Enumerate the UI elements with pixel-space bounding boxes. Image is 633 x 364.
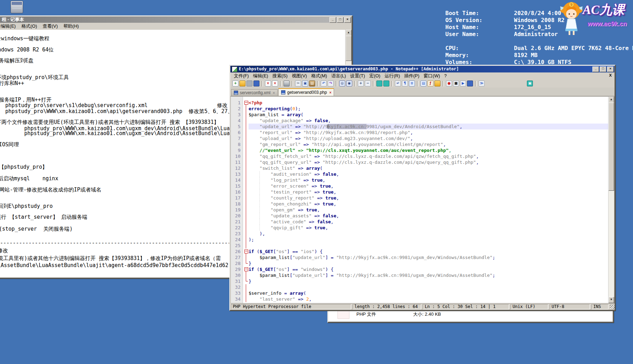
- code-token: "os": [276, 249, 287, 254]
- paste-icon[interactable]: ▤: [309, 80, 315, 86]
- redo-icon[interactable]: ↷: [328, 80, 334, 86]
- menu-item[interactable]: 视图(V): [290, 72, 309, 79]
- minimize-button[interactable]: _: [592, 66, 599, 72]
- minimize-button[interactable]: _: [329, 17, 336, 23]
- menu-item[interactable]: 查看(V): [43, 23, 58, 30]
- menu-item[interactable]: 帮助(H): [63, 23, 79, 30]
- fold-marker: [243, 278, 248, 284]
- doc-monitor-icon[interactable]: ▣: [527, 80, 533, 86]
- scrollbar-thumb[interactable]: [346, 36, 352, 61]
- resize-grip[interactable]: [610, 304, 614, 309]
- word-wrap-icon[interactable]: ↵: [395, 80, 401, 86]
- desktop-app-icon[interactable]: [11, 1, 23, 13]
- close-button[interactable]: ×: [607, 66, 614, 72]
- code-token: "ios": [301, 249, 314, 254]
- line-number: 25: [231, 243, 243, 248]
- code-token: [249, 124, 259, 129]
- menu-item[interactable]: 设置(T): [348, 72, 367, 79]
- fold-marker[interactable]: [243, 100, 248, 106]
- svg-text:9: 9: [570, 3, 572, 7]
- line-number: 11: [231, 159, 243, 165]
- menu-item[interactable]: 格式(M): [309, 72, 329, 79]
- tab-serverconfig.xml[interactable]: serverconfig.xml×: [231, 89, 278, 96]
- find-icon[interactable]: ◎: [339, 80, 345, 86]
- fold-marker[interactable]: [243, 266, 248, 272]
- menu-item[interactable]: ?: [442, 72, 449, 79]
- new-file-icon[interactable]: +: [232, 80, 238, 86]
- code-token: =>: [304, 118, 314, 123]
- editor[interactable]: 1234567891011121314151617181920212223242…: [230, 96, 614, 303]
- zoom-in-icon[interactable]: +: [358, 80, 364, 86]
- menu-item[interactable]: 文件(F): [232, 72, 251, 79]
- menu-item[interactable]: 搜索(S): [270, 72, 290, 79]
- zoom-out-icon[interactable]: −: [365, 80, 371, 86]
- code-line: $server_info = array(: [249, 290, 608, 296]
- menu-item[interactable]: 窗口(W): [422, 72, 442, 79]
- file-type-label: PHP 文件: [356, 311, 376, 317]
- record-macro-icon[interactable]: ●: [446, 80, 452, 86]
- tab-label: getserverand003.php: [287, 90, 327, 95]
- menu-item[interactable]: 格式(O): [21, 23, 37, 30]
- save-icon[interactable]: [246, 80, 252, 86]
- maximize-button[interactable]: □: [600, 66, 606, 72]
- play-macro-icon[interactable]: ▶: [460, 80, 466, 86]
- show-all-chars-icon[interactable]: ¶: [402, 80, 408, 86]
- menu-item[interactable]: 宏(O): [367, 72, 383, 79]
- code-text-area[interactable]: <?phperror_reporting(0);$param_list = ar…: [249, 97, 608, 303]
- status-panel: UTF-8: [550, 304, 590, 309]
- maximize-button[interactable]: □: [337, 17, 343, 23]
- notepad-text-line: \AssetBundle\LuaAssetBundle\luajit\agent…: [0, 262, 228, 268]
- replace-icon[interactable]: ◉: [346, 80, 352, 86]
- sync-vertical-icon[interactable]: [376, 80, 382, 86]
- doc-map-icon[interactable]: ▤: [420, 80, 426, 86]
- fold-marker: [243, 106, 248, 112]
- notepad-text-line: 修改: [0, 247, 8, 254]
- menu-item[interactable]: 编辑(E): [251, 72, 270, 79]
- code-token: =>: [312, 213, 322, 218]
- code-token: "http://upload.mg23.youyannet.com/dev/": [304, 136, 410, 141]
- menu-item[interactable]: 插件(P): [402, 72, 421, 79]
- cut-icon[interactable]: ✂: [295, 80, 301, 86]
- open-file-icon[interactable]: [239, 80, 245, 86]
- save-all-icon[interactable]: [253, 80, 259, 86]
- code-token: [249, 195, 271, 201]
- scroll-up-icon[interactable]: ▲: [346, 30, 352, 36]
- scroll-up-icon[interactable]: ▲: [608, 97, 614, 103]
- fold-marker[interactable]: [243, 248, 248, 254]
- close-all-icon[interactable]: ×: [272, 80, 278, 86]
- code-token: =>: [304, 225, 314, 230]
- menubar-close-icon[interactable]: X: [609, 73, 612, 77]
- notepad-titlebar[interactable]: 程 - 记事本 _ □ ×: [0, 16, 352, 23]
- code-token: (: [320, 166, 323, 171]
- menu-item[interactable]: 语言(L): [329, 72, 348, 79]
- undo-icon[interactable]: ↶: [321, 80, 327, 86]
- scrollbar-thumb[interactable]: [608, 103, 614, 191]
- copy-icon[interactable]: ▣: [302, 80, 308, 86]
- function-list-icon[interactable]: ƒ: [427, 80, 433, 86]
- menu-item[interactable]: 编辑(E): [1, 23, 16, 30]
- code-line: $param_list["update_url"] = "http://9kyj…: [249, 272, 608, 278]
- line-number: 19: [231, 207, 243, 213]
- code-line: "qq_gift_fetch_url" => "http://cls.lyxz.…: [249, 153, 608, 159]
- tab-getserverand003.php[interactable]: getserverand003.php×: [278, 88, 334, 96]
- print-icon[interactable]: [284, 80, 290, 86]
- code-token: (: [301, 112, 304, 117]
- editor-vscrollbar[interactable]: ▲ ▼: [608, 97, 614, 303]
- sync-horizontal-icon[interactable]: [383, 80, 389, 86]
- code-token: "http://9kyjfx.ac9k.cn:9981/ugxm_dev/Win…: [336, 255, 492, 260]
- stop-macro-icon[interactable]: ■: [453, 80, 459, 86]
- code-token: "open_gm": [271, 207, 295, 212]
- save-macro-icon[interactable]: [467, 80, 473, 86]
- scroll-down-icon[interactable]: ▼: [608, 297, 614, 303]
- notepadpp-titlebar[interactable]: E:\phpstudy_pro\WWW\xm.kaizao01.com\api\…: [230, 66, 614, 72]
- code-token: true: [312, 177, 322, 183]
- indent-guide-icon[interactable]: ≡: [409, 80, 415, 86]
- code-token: "update_url": [292, 273, 325, 278]
- folder-workspace-icon[interactable]: [434, 80, 440, 86]
- close-button[interactable]: ×: [344, 17, 351, 23]
- tab-close-icon[interactable]: ×: [329, 91, 332, 94]
- close-file-icon[interactable]: ×: [265, 80, 271, 86]
- menu-item[interactable]: 运行(R): [382, 72, 402, 79]
- multi-run-macro-icon[interactable]: ≫: [479, 80, 485, 86]
- tab-close-icon[interactable]: ×: [273, 91, 275, 95]
